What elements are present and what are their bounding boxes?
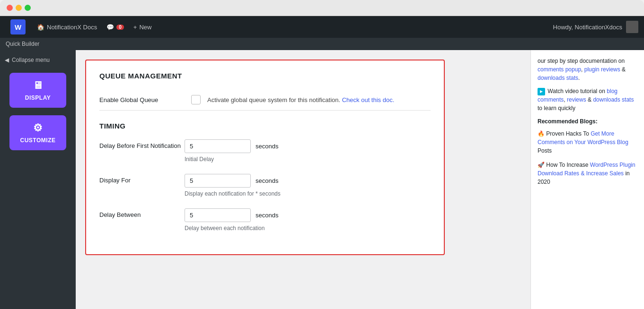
check-out-doc-link[interactable]: Check out this doc.	[342, 96, 395, 103]
delay-before-first-label: Delay Before First Notification	[99, 139, 185, 149]
blog-link-0[interactable]: Get More Comments on Your WordPress Blog	[538, 130, 628, 146]
enable-global-queue-checkbox[interactable]	[191, 95, 201, 104]
display-for-unit: seconds	[256, 177, 278, 184]
display-for-label: Display For	[99, 174, 185, 184]
user-avatar	[626, 21, 638, 33]
maximize-button[interactable]	[25, 5, 31, 11]
right-sidebar-intro: our step by step documentation on commen…	[538, 57, 637, 82]
delay-between-input[interactable]	[185, 208, 251, 222]
content-panel: QUEUE MANAGEMENT Enable Global Queue Act…	[85, 60, 445, 255]
wp-logo-icon: W	[10, 19, 26, 34]
queue-description: Activate global queue system for this no…	[207, 96, 394, 103]
plus-icon: +	[133, 24, 137, 31]
delay-before-first-input-group: seconds Initial Delay	[185, 139, 278, 163]
new-bar-item[interactable]: + New	[129, 16, 157, 38]
quick-builder-label: Quick Builder	[6, 41, 39, 47]
delay-before-first-hint: Initial Delay	[185, 156, 278, 163]
wp-logo-item[interactable]: W	[6, 16, 32, 38]
admin-bar-right: Howdy, NotificationXdocs	[553, 21, 638, 33]
window-chrome	[0, 0, 644, 16]
display-label: DISPLAY	[25, 94, 51, 101]
sidebar-item-customize[interactable]: ⚙ CUSTOMIZE	[9, 115, 66, 150]
collapse-menu-button[interactable]: ◀ Collapse menu	[0, 55, 76, 65]
home-bar-item[interactable]: 🏠 NotificationX Docs	[32, 16, 102, 38]
enable-global-queue-row: Enable Global Queue Activate global queu…	[99, 89, 431, 111]
comments-badge: 0	[116, 25, 124, 30]
display-for-row: Display For seconds Display each notific…	[99, 174, 431, 197]
customize-icon: ⚙	[33, 122, 43, 134]
downloads-stats-video-link[interactable]: downloads stats	[593, 96, 634, 103]
timing-heading: TIMING	[99, 122, 431, 130]
delay-between-unit: seconds	[256, 212, 278, 219]
delay-before-first-unit: seconds	[256, 143, 278, 150]
display-for-hint: Display each notification for * seconds	[185, 190, 281, 197]
queue-management-section: QUEUE MANAGEMENT Enable Global Queue Act…	[99, 72, 431, 111]
site-name: NotificationX Docs	[47, 24, 97, 31]
delay-between-input-group: seconds Delay between each notification	[185, 208, 278, 232]
blog-emoji-0: 🔥	[538, 130, 545, 137]
blog-item-0: 🔥 Proven Hacks To Get More Comments on Y…	[538, 129, 637, 155]
left-sidebar: ◀ Collapse menu 🖥 DISPLAY ⚙ CUSTOMIZE	[0, 50, 76, 309]
queue-description-text: Activate global queue system for this no…	[207, 96, 340, 103]
comments-popup-link[interactable]: comments popup	[538, 66, 581, 73]
display-for-input-group: seconds Display each notification for * …	[185, 174, 281, 197]
delay-between-input-row: seconds	[185, 208, 278, 222]
comment-icon: 💬	[106, 24, 114, 31]
customize-label: CUSTOMIZE	[20, 137, 56, 144]
plugin-reviews-link[interactable]: plugin reviews	[584, 66, 620, 73]
display-for-input-row: seconds	[185, 174, 281, 188]
traffic-lights	[7, 5, 31, 11]
minimize-button[interactable]	[16, 5, 22, 11]
display-for-input[interactable]	[185, 174, 251, 188]
content-area: QUEUE MANAGEMENT Enable Global Queue Act…	[76, 50, 530, 309]
sidebar-item-display[interactable]: 🖥 DISPLAY	[9, 73, 66, 108]
display-icon: 🖥	[33, 79, 44, 92]
collapse-menu-label: Collapse menu	[12, 57, 50, 63]
delay-between-row: Delay Between seconds Delay between each…	[99, 208, 431, 232]
admin-bar: W 🏠 NotificationX Docs 💬 0 + New Howdy, …	[0, 16, 644, 38]
blog-item-1: 🚀 How To Increase WordPress Plugin Downl…	[538, 161, 637, 186]
downloads-stats-link[interactable]: downloads stats	[538, 75, 578, 81]
delay-before-first-row: Delay Before First Notification seconds …	[99, 139, 431, 163]
delay-between-hint: Delay between each notification	[185, 225, 278, 232]
timing-section: TIMING Delay Before First Notification s…	[99, 122, 431, 232]
recommended-blogs-heading: Recommended Blogs:	[538, 117, 637, 126]
comments-bar-item[interactable]: 💬 0	[102, 16, 129, 38]
queue-management-heading: QUEUE MANAGEMENT	[99, 72, 431, 80]
delay-before-first-input[interactable]	[185, 139, 251, 153]
delay-between-label: Delay Between	[99, 208, 185, 218]
delay-before-first-input-row: seconds	[185, 139, 278, 153]
blog-emoji-1: 🚀	[538, 162, 545, 168]
new-label: New	[139, 24, 151, 31]
intro-text: our step by step documentation on	[538, 58, 625, 64]
howdy-text: Howdy, NotificationXdocs	[553, 24, 622, 31]
collapse-arrow-icon: ◀	[5, 57, 9, 63]
home-icon: 🏠	[37, 24, 44, 31]
reviews-video-link[interactable]: reviews	[567, 96, 586, 103]
video-icon: ▶	[538, 88, 545, 95]
blog-link-1[interactable]: WordPress Plugin Download Rates & Increa…	[538, 162, 635, 177]
quick-builder-bar: Quick Builder	[0, 38, 644, 50]
right-sidebar: our step by step documentation on commen…	[530, 50, 644, 309]
main-layout: ◀ Collapse menu 🖥 DISPLAY ⚙ CUSTOMIZE QU…	[0, 50, 644, 309]
close-button[interactable]	[7, 5, 13, 11]
enable-global-queue-label: Enable Global Queue	[99, 96, 185, 103]
video-tutorial-para: ▶ Watch video tutorial on blog comments,…	[538, 87, 637, 112]
